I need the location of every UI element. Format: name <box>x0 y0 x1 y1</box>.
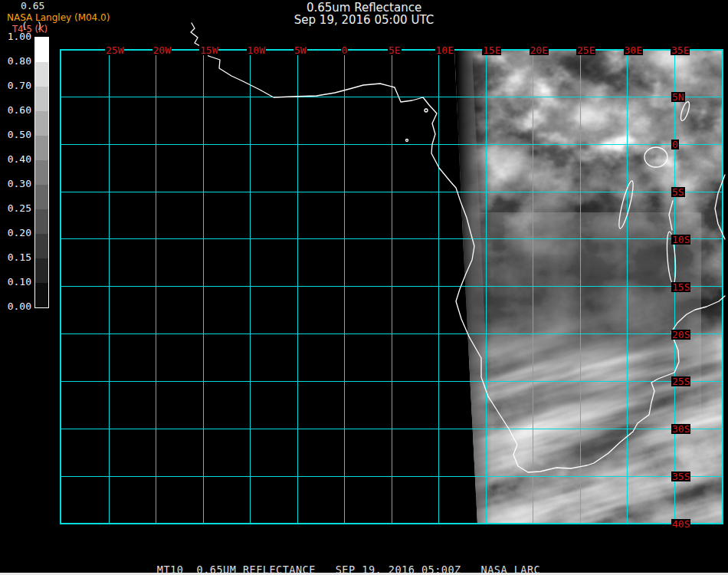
lat-label: 5N <box>671 92 685 102</box>
lon-label: 25W <box>105 45 124 55</box>
lat-label: 0 <box>671 140 679 150</box>
lon-label: 20E <box>530 45 549 55</box>
lat-label: 40S <box>671 519 690 529</box>
lat-label: 15S <box>671 282 690 292</box>
satellite-image-day-region <box>356 46 728 575</box>
colorbar-tick-label: 0.30 <box>0 178 31 189</box>
reflectance-colorbar <box>34 37 49 308</box>
colorbar-segment <box>35 136 48 160</box>
lon-label: 10W <box>247 45 266 55</box>
colorbar-tick-label: 0.80 <box>0 55 31 67</box>
colorbar-segment <box>35 62 48 87</box>
satellite-quicklook-screen: 0.65um Reflectance Sep 19, 2016 05:00 UT… <box>0 0 728 575</box>
lon-label: 10E <box>435 45 454 55</box>
colorbar-segment <box>35 283 48 307</box>
lon-label: 35E <box>671 45 690 55</box>
colorbar-tick-label: 0.15 <box>0 251 31 263</box>
lon-label: 30E <box>624 45 643 55</box>
sao-tome-island <box>406 140 408 142</box>
lon-label: 20W <box>152 45 172 55</box>
colorbar-tick-label: 0.10 <box>0 276 31 288</box>
lon-label: 0 <box>341 45 349 55</box>
lat-label: 10S <box>671 235 690 245</box>
lat-label: 20S <box>671 330 690 340</box>
colorbar-tick-label: 0.00 <box>0 301 31 312</box>
lat-label: 25S <box>671 376 690 386</box>
colorbar-parameter-label: 0.65 <box>21 0 44 12</box>
colorbar-segment <box>35 38 48 62</box>
lat-label: 5S <box>671 187 685 197</box>
satellite-image-scene <box>0 0 728 575</box>
colorbar-tick-label: 0.40 <box>0 153 31 165</box>
colorbar-segment <box>35 209 48 234</box>
lon-label: 25E <box>576 45 595 55</box>
colorbar-segment <box>35 258 48 283</box>
colorbar-tick-label: 0.50 <box>0 129 31 140</box>
lon-label: 15W <box>199 45 218 55</box>
colorbar-tick-label: 0.20 <box>0 227 31 238</box>
colorbar-segment <box>35 87 48 111</box>
colorbar-tick-label: 0.25 <box>0 202 31 214</box>
lat-label: 30S <box>671 424 690 434</box>
lon-label: 5E <box>388 45 402 55</box>
lat-label: 35S <box>671 472 690 481</box>
colorbar-tick-label: 0.60 <box>0 104 31 116</box>
colorbar-tick-label: 0.70 <box>0 80 31 91</box>
colorbar-segment <box>35 234 48 258</box>
bioko-island <box>425 109 428 112</box>
aux-channel-label: T4-5 (K) <box>12 24 48 34</box>
colorbar-segment <box>35 111 48 136</box>
lon-label: 15E <box>482 45 501 55</box>
lon-label: 5W <box>293 45 307 55</box>
colorbar-segment <box>35 160 48 185</box>
colorbar-segment <box>35 185 48 209</box>
